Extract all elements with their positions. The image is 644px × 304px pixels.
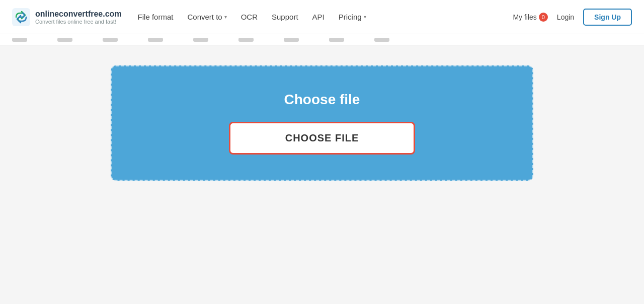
nav-links: File format Convert to ▾ OCR Support API… — [138, 13, 513, 21]
sub-nav-item — [193, 38, 208, 42]
nav-api[interactable]: API — [312, 13, 325, 21]
logo-icon — [12, 8, 30, 26]
chevron-down-icon-pricing: ▾ — [364, 14, 366, 20]
site-name: onlineconvertfree.com — [35, 9, 122, 19]
login-button[interactable]: Login — [557, 13, 574, 21]
logo-link[interactable]: onlineconvertfree.com Convert files onli… — [12, 8, 122, 26]
choose-file-button[interactable]: CHOOSE FILE — [229, 122, 415, 155]
upload-title: Choose file — [284, 92, 360, 108]
navbar: onlineconvertfree.com Convert files onli… — [0, 0, 644, 34]
nav-ocr[interactable]: OCR — [241, 13, 258, 21]
site-tagline: Convert files online free and fast! — [35, 19, 122, 25]
sub-nav-item — [103, 38, 118, 42]
my-files-badge: 0 — [539, 13, 548, 22]
sub-nav-item — [57, 38, 72, 42]
nav-pricing[interactable]: Pricing ▾ — [339, 13, 366, 21]
sub-nav-item — [238, 38, 254, 42]
my-files-button[interactable]: My files 0 — [513, 13, 547, 22]
sub-nav-strip — [0, 34, 644, 45]
nav-right: My files 0 Login Sign Up — [513, 9, 632, 26]
chevron-down-icon: ▾ — [224, 14, 227, 20]
signup-button[interactable]: Sign Up — [583, 9, 632, 26]
sub-nav-item — [12, 38, 27, 42]
main-content: Choose file CHOOSE FILE — [0, 45, 644, 201]
nav-convert-to[interactable]: Convert to ▾ — [187, 13, 226, 21]
sub-nav-item — [284, 38, 299, 42]
nav-support[interactable]: Support — [272, 13, 298, 21]
sub-nav-item — [329, 38, 344, 42]
sub-nav-item — [374, 38, 389, 42]
upload-box: Choose file CHOOSE FILE — [111, 65, 533, 181]
sub-nav-item — [148, 38, 163, 42]
nav-file-format[interactable]: File format — [138, 13, 174, 21]
